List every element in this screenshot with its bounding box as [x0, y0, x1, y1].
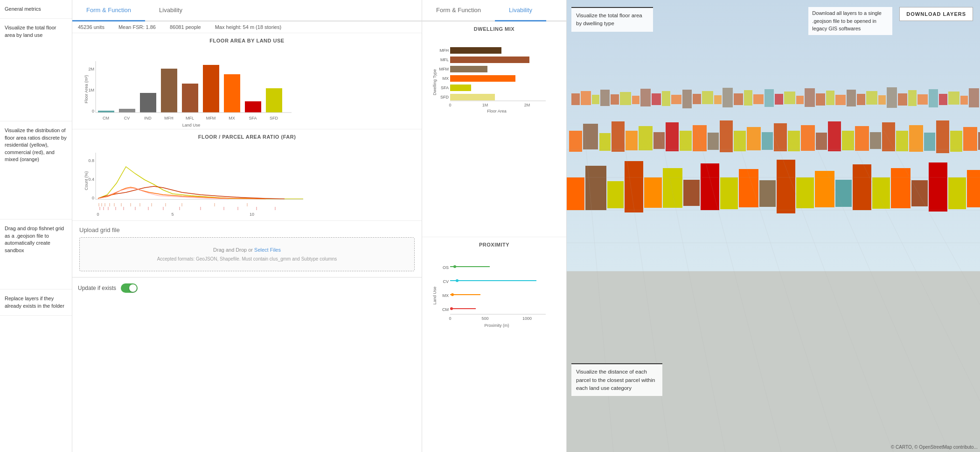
svg-rect-154	[680, 131, 692, 151]
svg-rect-123	[805, 88, 815, 107]
svg-rect-126	[835, 95, 846, 105]
svg-text:2M: 2M	[524, 103, 530, 107]
svg-rect-103	[600, 90, 610, 106]
map-overlay-proximity: Visualize the distance of each parcel to…	[571, 363, 662, 396]
sidebar-floor-area: Visualize the total floor area by land u…	[0, 19, 72, 121]
svg-rect-136	[939, 94, 947, 105]
tab-form-function-right[interactable]: Form & Function	[422, 0, 495, 21]
svg-rect-200	[929, 162, 947, 212]
svg-rect-113	[702, 91, 713, 104]
svg-point-83	[453, 265, 456, 268]
svg-rect-108	[652, 93, 661, 105]
svg-text:0: 0	[449, 103, 451, 107]
svg-rect-201	[948, 177, 966, 209]
svg-text:MFM: MFM	[439, 67, 449, 71]
far-title: FLOOR / PARCEL AREA RATIO (FAR)	[79, 134, 415, 140]
svg-rect-68	[450, 66, 487, 72]
svg-rect-135	[929, 89, 938, 107]
svg-rect-132	[898, 93, 907, 106]
svg-rect-160	[762, 132, 773, 150]
svg-rect-147	[583, 124, 598, 149]
svg-text:SFA: SFA	[249, 116, 257, 120]
svg-rect-165	[828, 121, 841, 151]
svg-rect-121	[784, 92, 795, 104]
update-toggle[interactable]	[121, 283, 138, 293]
svg-rect-148	[599, 133, 611, 151]
svg-text:CM: CM	[442, 307, 449, 312]
svg-rect-109	[662, 91, 670, 106]
svg-rect-138	[960, 96, 968, 105]
proximity-title: PROXIMITY	[429, 242, 559, 247]
svg-rect-181	[567, 177, 584, 210]
svg-text:IND: IND	[144, 116, 152, 120]
svg-rect-193	[796, 177, 814, 208]
svg-text:2M: 2M	[88, 67, 94, 71]
svg-rect-191	[759, 180, 776, 207]
svg-text:Dwelling Type: Dwelling Type	[432, 69, 437, 95]
svg-text:MFL: MFL	[186, 116, 194, 120]
svg-text:5: 5	[171, 212, 174, 217]
map-overlay-dwelling-type: Visualize the total floor area by dwelli…	[571, 7, 653, 32]
right-chart-panel: Form & Function Livability DWELLING MIX …	[422, 0, 567, 452]
svg-rect-150	[626, 131, 638, 150]
svg-rect-202	[967, 170, 980, 207]
svg-rect-196	[853, 164, 871, 210]
svg-rect-118	[753, 94, 764, 104]
upload-dropzone[interactable]: Drag and Drop or Select Files Accepted f…	[79, 237, 415, 271]
svg-rect-119	[765, 89, 774, 107]
svg-rect-120	[775, 94, 783, 105]
svg-text:MX: MX	[443, 293, 449, 298]
svg-rect-7	[161, 69, 177, 113]
svg-rect-129	[866, 91, 877, 105]
map-area[interactable]: Visualize the total floor area by dwelli…	[567, 0, 980, 452]
svg-rect-149	[612, 121, 625, 152]
svg-rect-9	[203, 65, 219, 113]
svg-text:0: 0	[97, 212, 99, 217]
svg-rect-122	[796, 96, 804, 104]
svg-rect-12	[266, 88, 282, 113]
svg-rect-5	[119, 109, 135, 113]
svg-rect-175	[963, 127, 977, 151]
floor-area-title: FLOOR AREA BY LAND USE	[79, 38, 415, 43]
far-chart-section: FLOOR / PARCEL AREA RATIO (FAR) Count (%…	[72, 129, 422, 221]
svg-rect-146	[569, 131, 582, 152]
svg-rect-168	[870, 132, 881, 149]
svg-rect-176	[978, 132, 980, 150]
tab-livability-right[interactable]: Livability	[495, 0, 546, 21]
tab-livability-left[interactable]: Livability	[145, 0, 196, 21]
toggle-knob	[129, 284, 137, 292]
svg-text:Land Use: Land Use	[182, 123, 201, 127]
svg-text:MFM: MFM	[206, 116, 216, 120]
svg-rect-11	[245, 101, 261, 113]
download-layers-button[interactable]: DOWNLOAD LAYERS	[899, 7, 973, 21]
svg-text:MFL: MFL	[440, 57, 449, 62]
svg-text:10: 10	[250, 212, 254, 217]
svg-rect-124	[816, 93, 825, 106]
svg-rect-10	[224, 74, 240, 113]
svg-rect-110	[671, 95, 681, 104]
select-files-link[interactable]: Select Files	[254, 247, 281, 253]
proximity-chart: Land Use OS CV MX CM 0	[429, 251, 560, 340]
download-area: Download all layers to a single .geojson…	[808, 7, 973, 35]
svg-rect-194	[815, 171, 834, 207]
svg-text:0.8: 0.8	[88, 158, 94, 163]
svg-text:CV: CV	[124, 116, 130, 120]
svg-rect-70	[450, 75, 515, 82]
dwelling-mix-section: DWELLING MIX Dwelling Type MFH MFL MFM M…	[422, 21, 566, 237]
svg-rect-116	[734, 93, 743, 105]
proximity-section: PROXIMITY Land Use OS CV MX CM	[422, 237, 566, 452]
svg-text:0.4: 0.4	[88, 177, 94, 182]
right-tab-bar: Form & Function Livability	[422, 0, 566, 21]
svg-text:Land Use: Land Use	[432, 286, 437, 304]
svg-rect-173	[936, 120, 949, 153]
far-chart: Count (%) 0 0.4 0.8	[79, 143, 350, 218]
svg-rect-152	[653, 132, 665, 149]
svg-rect-187	[683, 180, 700, 206]
tab-form-function-left[interactable]: Form & Function	[72, 0, 145, 21]
svg-rect-64	[450, 47, 501, 54]
svg-rect-100	[571, 93, 580, 105]
svg-text:CV: CV	[443, 279, 449, 284]
svg-rect-171	[909, 125, 923, 152]
upload-accepted-formats: Accepted formats: GeoJSON, Shapefile. Mu…	[89, 256, 405, 261]
svg-text:1000: 1000	[522, 316, 532, 321]
